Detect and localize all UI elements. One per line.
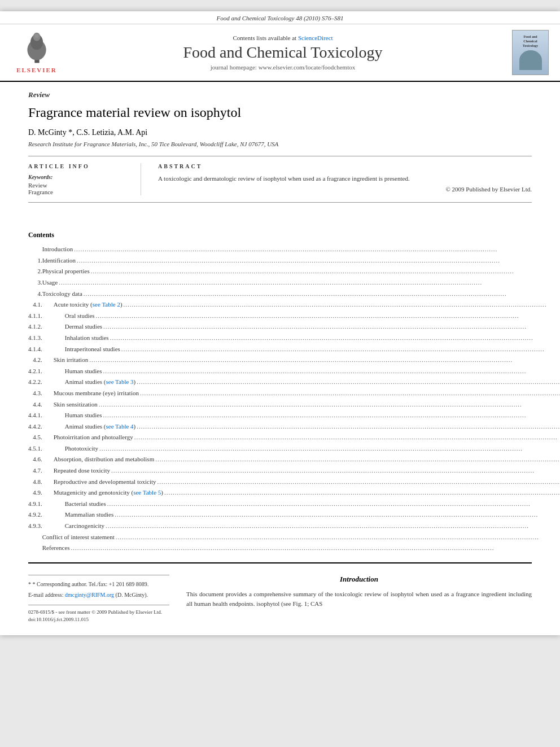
toc-row: 4.5.Photoirritation and photoallergy....…	[28, 432, 560, 443]
article-info-section: ARTICLE INFO Keywords: Review Fragrance	[28, 163, 141, 195]
toc-label-cell: Mucous membrane (eye) irritation........…	[42, 388, 560, 399]
toc-label-cell: Conflict of interest statement..........…	[42, 532, 560, 543]
toc-number: 4.9.3.	[28, 521, 42, 532]
toc-dots: ........................................…	[163, 488, 560, 498]
journal-cover-right: Food andChemicalToxicology	[504, 30, 549, 75]
article-info-title: ARTICLE INFO	[28, 163, 129, 169]
toc-label-cell: Human studies...........................…	[42, 410, 560, 421]
bottom-note-line1: 0278-6915/$ - see front matter © 2009 Pu…	[28, 609, 169, 617]
toc-label-cell: References..............................…	[42, 543, 560, 554]
science-direct-link[interactable]: ScienceDirect	[298, 34, 333, 41]
toc-label-cell: Inhalation studies......................…	[42, 333, 560, 344]
toc-label-cell: Usage...................................…	[42, 277, 560, 289]
toc-dots: ........................................…	[76, 256, 560, 266]
toc-number: 4.2.2.	[28, 377, 42, 388]
science-direct-line: Contents lists available at ScienceDirec…	[62, 34, 504, 41]
toc-dots: ........................................…	[88, 355, 560, 365]
toc-number: 4.1.	[28, 299, 42, 311]
toc-dots: ........................................…	[113, 510, 560, 520]
email-note: E-mail address: dmcginty@RIFM.org (D. Mc…	[28, 591, 169, 599]
introduction-column: Introduction This document provides a co…	[186, 575, 532, 624]
toc-row: 4.5.1.Phototoxicity.....................…	[28, 443, 560, 455]
toc-number: 4.8.	[28, 477, 42, 488]
toc-row: 4.9.2.Mammalian studies.................…	[28, 509, 560, 521]
toc-number: 4.1.4.	[28, 344, 42, 355]
journal-homepage: journal homepage: www.elsevier.com/locat…	[62, 64, 504, 71]
keyword-review: Review	[28, 182, 129, 189]
article-title: Fragrance material review on isophytol	[28, 104, 532, 121]
toc-label-cell: Absorption, distribution and metabolism.…	[42, 454, 560, 465]
toc-label-cell: Human studies...........................…	[42, 366, 560, 377]
toc-table-link[interactable]: see Table 4	[106, 423, 133, 430]
journal-header: ELSEVIER Contents lists available at Sci…	[0, 24, 560, 82]
toc-row: 4.Toxicology data.......................…	[28, 289, 560, 300]
toc-label-cell: Animal studies (see Table 3)............…	[42, 377, 560, 388]
toc-label-cell: Phototoxicity...........................…	[42, 443, 560, 455]
email-link[interactable]: dmcginty@RIFM.org	[65, 592, 116, 598]
toc-dots: ........................................…	[90, 267, 560, 277]
toc-label-cell: Dermal studies..........................…	[42, 321, 560, 333]
toc-label-cell: Bacterial studies.......................…	[42, 499, 560, 510]
elsevier-logo-section: ELSEVIER	[11, 32, 62, 73]
toc-label-cell: Identification..........................…	[42, 255, 560, 267]
toc-number	[28, 244, 42, 255]
toc-number: 4.4.2.	[28, 421, 42, 433]
toc-table-link[interactable]: see Table 2	[93, 301, 120, 308]
toc-number: 4.4.1.	[28, 410, 42, 421]
toc-dots: ........................................…	[102, 410, 560, 421]
toc-row: Conflict of interest statement..........…	[28, 532, 560, 543]
toc-label-cell: Photoirritation and photoallergy........…	[42, 432, 560, 443]
toc-label-cell: Reproductive and developmental toxicity.…	[42, 477, 560, 488]
email-suffix: (D. McGinty).	[116, 592, 148, 598]
svg-point-5	[34, 34, 38, 38]
toc-number: 4.5.1.	[28, 443, 42, 455]
toc-table-link[interactable]: see Table 3	[106, 378, 133, 385]
toc-number: 4.9.	[28, 487, 42, 499]
toc-number: 4.9.2.	[28, 509, 42, 521]
toc-number: 4.3.	[28, 388, 42, 399]
toc-row: 1.Identification........................…	[28, 255, 560, 267]
keyword-fragrance: Fragrance	[28, 189, 129, 195]
toc-label-cell: Introduction............................…	[42, 244, 560, 255]
toc-row: 4.2.2.Animal studies (see Table 3)......…	[28, 377, 560, 388]
toc-row: 2.Physical properties...................…	[28, 266, 560, 277]
article-type: Review	[28, 90, 532, 99]
toc-label-cell: Skin sensitization......................…	[42, 399, 560, 410]
toc-label-cell: Repeated dose toxicity..................…	[42, 465, 560, 477]
divider-2	[28, 202, 532, 203]
toc-number	[28, 532, 42, 543]
journal-cover-image: Food andChemicalToxicology	[512, 30, 549, 75]
toc-dots: ........................................…	[104, 521, 560, 531]
toc-label-cell: Carcinogenicity.........................…	[42, 521, 560, 532]
intro-section: * * Corresponding author. Tel./fax: +1 2…	[0, 563, 560, 635]
toc-number: 4.5.	[28, 432, 42, 443]
journal-center: Contents lists available at ScienceDirec…	[62, 34, 504, 71]
toc-dots: ........................................…	[139, 388, 560, 399]
toc-label-cell: Intraperitoneal studies.................…	[42, 344, 560, 355]
contents-title: Contents	[28, 231, 532, 239]
toc-label-cell: Animal studies (see Table 4)............…	[42, 421, 560, 433]
toc-dots: ........................................…	[135, 422, 560, 432]
toc-table: Introduction............................…	[28, 244, 560, 554]
toc-number: 4.4.	[28, 399, 42, 410]
toc-dots: ........................................…	[154, 455, 560, 465]
toc-table-link[interactable]: see Table 5	[133, 489, 161, 496]
journal-title: Food and Chemical Toxicology	[62, 43, 504, 62]
toc-row: 4.4.2.Animal studies (see Table 4)......…	[28, 421, 560, 433]
abstract-section: ABSTRACT A toxicologic and dermatologic …	[158, 163, 532, 195]
intro-heading: Introduction	[186, 575, 532, 584]
toc-label-cell: Mammalian studies.......................…	[42, 509, 560, 521]
article-info-abstract: ARTICLE INFO Keywords: Review Fragrance …	[28, 163, 532, 195]
toc-number: 4.1.1.	[28, 311, 42, 322]
toc-row: 4.4.Skin sensitization..................…	[28, 399, 560, 410]
affiliation: Research Institute for Fragrance Materia…	[28, 141, 532, 147]
toc-label-cell: Oral studies............................…	[42, 311, 560, 322]
toc-row: 4.1.Acute toxicity (see Table 2)........…	[28, 299, 560, 311]
toc-number: 4.9.1.	[28, 499, 42, 510]
toc-dots: ........................................…	[120, 344, 560, 355]
toc-row: 4.9.3.Carcinogenicity...................…	[28, 521, 560, 532]
page: Food and Chemical Toxicology 48 (2010) S…	[0, 11, 560, 635]
toc-number: 4.	[28, 289, 42, 300]
corresponding-text: * Corresponding author. Tel./fax: +1 201…	[33, 581, 149, 587]
toc-dots: ........................................…	[123, 300, 560, 310]
